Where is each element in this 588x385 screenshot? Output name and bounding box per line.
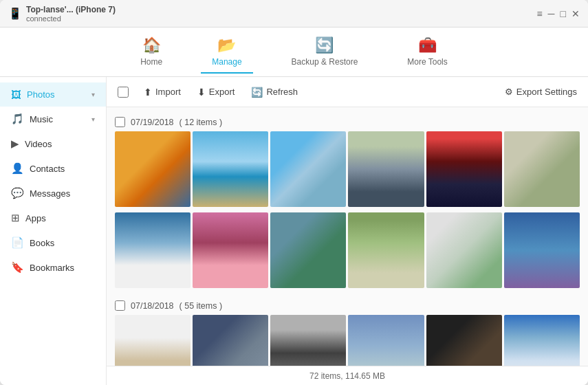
refresh-icon: 🔄 [251, 87, 263, 98]
import-label: Import [155, 87, 181, 97]
tab-backup-label: Backup & Restore [292, 57, 358, 67]
photo-grid-1-row2 [115, 212, 580, 288]
export-settings-label: Export Settings [516, 87, 577, 97]
chevron-down-icon: ▾ [91, 91, 95, 98]
app-window: 📱 Top-lanse'... (iPhone 7) connected ≡ ─… [0, 0, 588, 385]
date-header-1: 07/19/2018 ( 12 items ) [115, 113, 580, 131]
sidebar-item-apps[interactable]: ⊞ Apps [0, 206, 106, 230]
date-group-2-count: ( 55 items ) [179, 301, 223, 311]
photo-grid-2-row1: ▶ 00:00:05 [115, 315, 580, 366]
sidebar-item-books[interactable]: 📄 Books [0, 230, 106, 255]
contacts-icon: 👤 [11, 162, 24, 175]
close-icon[interactable]: ✕ [571, 8, 580, 19]
menu-icon[interactable]: ≡ [536, 8, 542, 19]
date-group-2-checkbox[interactable] [115, 300, 125, 311]
photo-thumb[interactable] [504, 212, 580, 288]
window-controls: ≡ ─ □ ✕ [536, 8, 580, 19]
date-group-1-checkbox[interactable] [115, 117, 125, 127]
sidebar-item-contacts[interactable]: 👤 Contacts [0, 156, 106, 181]
import-icon: ⬆ [144, 87, 152, 98]
sidebar: 🖼 Photos ▾ 🎵 Music ▾ ▶ Videos 👤 Contacts… [0, 77, 107, 385]
status-text: 72 items, 114.65 MB [309, 371, 385, 381]
photo-thumb[interactable] [348, 131, 424, 207]
home-icon: 🏠 [142, 36, 161, 54]
tab-tools-label: More Tools [407, 57, 447, 67]
tools-icon: 🧰 [418, 36, 437, 54]
photo-grid-1-row1 [115, 131, 580, 207]
export-label: Export [209, 87, 235, 97]
chevron-right-icon: ▾ [91, 116, 95, 123]
photo-thumb[interactable] [426, 315, 502, 366]
nav-tabs: 🏠 Home 📂 Manage 🔄 Backup & Restore 🧰 Mor… [0, 28, 588, 77]
device-status: connected [26, 14, 116, 23]
photo-thumb[interactable] [270, 212, 346, 288]
photo-thumb[interactable]: ▶ 00:00:05 [193, 315, 268, 366]
device-icon: 📱 [8, 7, 22, 20]
tab-manage[interactable]: 📂 Manage [201, 31, 252, 74]
photo-thumb[interactable] [348, 315, 424, 366]
sidebar-item-videos[interactable]: ▶ Videos [0, 131, 106, 156]
export-button[interactable]: ⬇ Export [190, 83, 242, 101]
refresh-button[interactable]: 🔄 Refresh [244, 83, 305, 101]
date-group-2-date: 07/18/2018 [131, 301, 174, 311]
photo-thumb[interactable] [348, 212, 424, 288]
videos-icon: ▶ [11, 138, 19, 150]
photo-thumb[interactable] [193, 212, 268, 288]
status-bar: 72 items, 114.65 MB [107, 366, 588, 385]
date-group-2: 07/18/2018 ( 55 items ) ▶ 00:00:05 [115, 296, 580, 366]
tab-manage-label: Manage [212, 57, 241, 67]
messages-icon: 💬 [11, 187, 24, 199]
sidebar-item-messages[interactable]: 💬 Messages [0, 181, 106, 206]
sidebar-item-photos[interactable]: 🖼 Photos ▾ [0, 82, 106, 107]
gear-icon: ⚙ [505, 87, 513, 97]
photo-thumb[interactable] [426, 212, 502, 288]
tab-home-label: Home [140, 57, 162, 67]
minimize-icon[interactable]: ─ [548, 8, 555, 19]
refresh-label: Refresh [266, 87, 298, 97]
device-info: 📱 Top-lanse'... (iPhone 7) connected [8, 5, 116, 23]
photo-thumb[interactable] [270, 315, 346, 366]
date-group-1-date: 07/19/2018 [131, 118, 174, 127]
tab-home[interactable]: 🏠 Home [129, 31, 173, 74]
photos-icon: 🖼 [11, 89, 21, 100]
toolbar: ⬆ Import ⬇ Export 🔄 Refresh ⚙ Export Set… [107, 77, 588, 107]
sidebar-item-apps-label: Apps [25, 213, 46, 223]
export-settings-button[interactable]: ⚙ Export Settings [505, 87, 577, 97]
photo-thumb[interactable] [115, 131, 190, 207]
sidebar-item-books-label: Books [30, 238, 54, 248]
bookmarks-icon: 🔖 [11, 261, 24, 274]
tab-tools[interactable]: 🧰 More Tools [396, 31, 458, 74]
tab-backup[interactable]: 🔄 Backup & Restore [281, 31, 369, 74]
select-all-checkbox[interactable] [118, 87, 129, 98]
photo-scroll[interactable]: 07/19/2018 ( 12 items ) [107, 107, 588, 366]
import-button[interactable]: ⬆ Import [137, 83, 188, 101]
manage-icon: 📂 [217, 36, 236, 54]
photo-thumb[interactable] [270, 131, 346, 207]
main-content: 🖼 Photos ▾ 🎵 Music ▾ ▶ Videos 👤 Contacts… [0, 77, 588, 385]
photo-thumb[interactable] [504, 315, 580, 366]
music-icon: 🎵 [11, 113, 24, 125]
sidebar-item-photos-label: Photos [27, 89, 54, 100]
photo-thumb[interactable] [193, 131, 268, 207]
photo-thumb[interactable] [115, 212, 190, 288]
date-group-1: 07/19/2018 ( 12 items ) [115, 113, 580, 288]
date-header-2: 07/18/2018 ( 55 items ) [115, 296, 580, 315]
device-name: Top-lanse'... (iPhone 7) [26, 5, 116, 14]
titlebar: 📱 Top-lanse'... (iPhone 7) connected ≡ ─… [0, 0, 588, 28]
sidebar-item-contacts-label: Contacts [30, 164, 65, 174]
photo-thumb[interactable] [115, 315, 190, 366]
sidebar-item-music[interactable]: 🎵 Music ▾ [0, 107, 106, 131]
apps-icon: ⊞ [11, 212, 20, 224]
sidebar-item-bookmarks-label: Bookmarks [30, 263, 74, 273]
photo-thumb[interactable] [426, 131, 502, 207]
export-icon: ⬇ [197, 87, 206, 98]
maximize-icon[interactable]: □ [560, 8, 566, 19]
date-group-1-count: ( 12 items ) [179, 118, 223, 127]
sidebar-item-messages-label: Messages [30, 188, 70, 199]
sidebar-item-videos-label: Videos [25, 139, 52, 149]
sidebar-item-music-label: Music [30, 114, 53, 124]
books-icon: 📄 [11, 236, 24, 249]
photo-area: ⬆ Import ⬇ Export 🔄 Refresh ⚙ Export Set… [107, 77, 588, 385]
photo-thumb[interactable] [504, 131, 580, 207]
sidebar-item-bookmarks[interactable]: 🔖 Bookmarks [0, 255, 106, 280]
